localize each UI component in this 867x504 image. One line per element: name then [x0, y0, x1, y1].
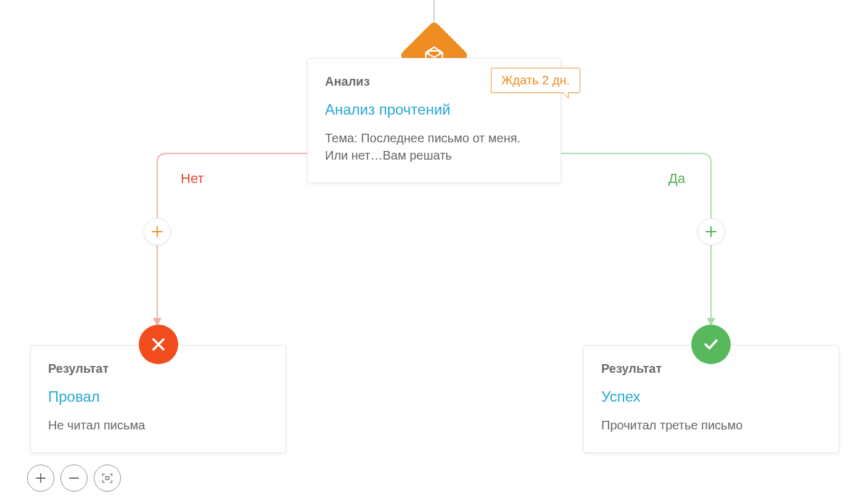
- fail-badge-icon: [139, 325, 178, 364]
- wait-badge[interactable]: Ждать 2 дн.: [491, 68, 580, 93]
- plus-icon: [152, 226, 163, 237]
- analysis-node-title[interactable]: Анализ прочтений: [325, 101, 543, 118]
- zoom-in-button[interactable]: [27, 465, 54, 492]
- fail-node-card[interactable]: Результат Провал Не читал письма: [30, 345, 286, 453]
- plus-icon: [35, 473, 46, 484]
- close-icon: [150, 336, 167, 353]
- check-icon: [702, 335, 720, 354]
- fit-screen-button[interactable]: [94, 465, 121, 492]
- fit-screen-icon: [101, 472, 113, 484]
- add-node-no-button[interactable]: [144, 218, 171, 245]
- add-node-yes-button[interactable]: [697, 218, 725, 245]
- branch-label-yes: Да: [668, 171, 685, 187]
- success-node-title[interactable]: Успех: [601, 388, 821, 405]
- minus-icon: [68, 473, 80, 484]
- branch-label-no: Нет: [181, 171, 203, 187]
- fail-node-body: Не читал письма: [48, 417, 268, 434]
- analysis-node-card[interactable]: Ждать 2 дн. Анализ Анализ прочтений Тема…: [307, 58, 561, 183]
- analysis-node-body: Тема: Последнее письмо от меня. Или нет……: [325, 129, 543, 164]
- zoom-controls: [27, 465, 121, 492]
- success-node-card[interactable]: Результат Успех Прочитал третье письмо: [583, 345, 839, 453]
- svg-rect-15: [106, 477, 109, 480]
- success-badge-icon: [691, 325, 731, 364]
- zoom-out-button[interactable]: [60, 465, 88, 492]
- success-node-body: Прочитал третье письмо: [601, 417, 821, 434]
- fail-node-title[interactable]: Провал: [48, 388, 268, 405]
- plus-icon: [705, 226, 717, 237]
